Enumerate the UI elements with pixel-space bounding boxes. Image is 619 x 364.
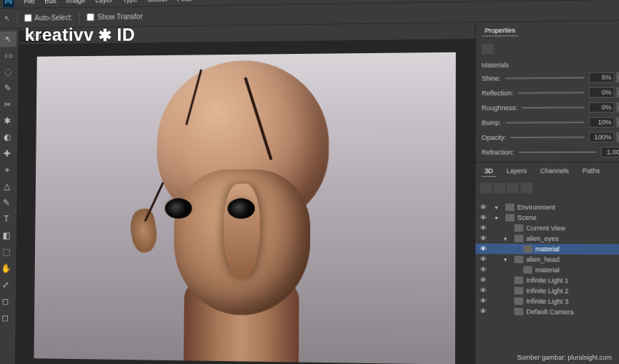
prop-refraction: Refraction: 1.000 bbox=[481, 147, 619, 158]
layer-row[interactable]: 👁▾Environment bbox=[476, 202, 619, 213]
filter-mesh-icon[interactable] bbox=[494, 183, 505, 193]
bump-slider[interactable] bbox=[505, 122, 584, 124]
texture-icon[interactable]: ▦ bbox=[616, 102, 619, 112]
paths-tab[interactable]: Paths bbox=[580, 165, 603, 176]
show-transform-checkbox[interactable] bbox=[87, 13, 95, 21]
reflection-value[interactable]: 0% bbox=[589, 87, 615, 98]
canvas[interactable] bbox=[16, 39, 476, 364]
opacity-value[interactable]: 100% bbox=[589, 132, 615, 142]
stamp-tool[interactable]: ⌖ bbox=[0, 162, 15, 178]
menu-file[interactable]: File bbox=[20, 0, 39, 7]
menu-layer[interactable]: Layer bbox=[91, 0, 117, 5]
wand-tool[interactable]: ✎ bbox=[0, 80, 16, 96]
menu-type[interactable]: Type bbox=[118, 0, 142, 5]
visibility-eye-icon[interactable]: 👁 bbox=[480, 307, 489, 314]
refraction-value[interactable]: 1.000 bbox=[601, 147, 619, 157]
visibility-eye-icon[interactable]: 👁 bbox=[480, 256, 489, 263]
menu-image[interactable]: Image bbox=[62, 0, 90, 6]
expand-toggle-icon[interactable]: ▾ bbox=[504, 256, 511, 263]
layer-name: Infinite Light 3 bbox=[527, 298, 569, 306]
eyedropper-tool[interactable]: ✱ bbox=[0, 113, 16, 129]
layer-type-icon bbox=[514, 224, 523, 232]
shine-slider[interactable] bbox=[505, 77, 585, 79]
properties-icons bbox=[481, 42, 619, 54]
visibility-eye-icon[interactable]: 👁 bbox=[480, 234, 489, 242]
auto-select-option[interactable]: Auto-Select: bbox=[24, 14, 72, 23]
layer-row[interactable]: 👁Default Camera bbox=[476, 306, 619, 318]
move-tool[interactable]: ↖ bbox=[0, 31, 17, 47]
layer-row[interactable]: 👁Current View bbox=[476, 223, 619, 234]
texture-icon[interactable]: ▦ bbox=[616, 132, 619, 142]
texture-icon[interactable]: ▦ bbox=[616, 87, 619, 98]
hand-tool[interactable]: ✋ bbox=[0, 261, 14, 277]
visibility-eye-icon[interactable]: 👁 bbox=[480, 214, 489, 221]
layers-panel: 3D Layers Channels Paths 👁▾Environ bbox=[476, 162, 619, 364]
show-transform-option[interactable]: Show Transfor bbox=[87, 12, 142, 21]
texture-icon[interactable]: ▦ bbox=[616, 117, 619, 127]
watermark-logo: kreativv ✱ ID bbox=[25, 25, 135, 45]
prop-label: Opacity: bbox=[481, 134, 506, 141]
visibility-eye-icon[interactable]: 👁 bbox=[480, 245, 489, 253]
visibility-eye-icon[interactable]: 👁 bbox=[480, 276, 489, 283]
marquee-tool[interactable]: ▭ bbox=[0, 47, 17, 63]
menu-select[interactable]: Select bbox=[143, 0, 172, 4]
texture-icon[interactable]: ▦ bbox=[616, 72, 619, 82]
layer-name: material bbox=[535, 245, 559, 253]
roughness-slider[interactable] bbox=[522, 107, 585, 109]
separator bbox=[79, 12, 80, 23]
properties-section: Materials bbox=[481, 60, 619, 69]
3d-tab[interactable]: 3D bbox=[481, 166, 496, 177]
eraser-tool[interactable]: △ bbox=[0, 178, 15, 194]
opacity-slider[interactable] bbox=[510, 137, 584, 138]
zoom-tool[interactable]: ⤢ bbox=[0, 277, 14, 293]
expand-toggle-icon[interactable]: ▾ bbox=[504, 235, 511, 242]
fg-color-swatch[interactable]: ◻ bbox=[0, 293, 14, 309]
layer-row[interactable]: 👁▾Scene bbox=[476, 213, 619, 223]
lasso-tool[interactable]: ◌ bbox=[0, 64, 16, 80]
shape-tool[interactable]: ⬚ bbox=[0, 244, 15, 260]
bump-value[interactable]: 10% bbox=[589, 117, 615, 128]
channels-tab[interactable]: Channels bbox=[537, 165, 572, 176]
pen-tool[interactable]: ✎ bbox=[0, 195, 15, 211]
visibility-eye-icon[interactable]: 👁 bbox=[480, 266, 489, 273]
roughness-value[interactable]: 0% bbox=[589, 102, 615, 113]
expand-toggle-icon[interactable]: ▾ bbox=[495, 214, 502, 221]
reflection-slider[interactable] bbox=[518, 92, 584, 94]
bg-color-swatch[interactable]: ◻ bbox=[0, 310, 14, 326]
layer-row[interactable]: 👁▾alien_head bbox=[476, 254, 619, 266]
alien-head-render bbox=[119, 60, 365, 364]
visibility-eye-icon[interactable]: 👁 bbox=[480, 297, 489, 304]
brush-tool[interactable]: ✚ bbox=[0, 146, 15, 162]
filter-all-icon[interactable] bbox=[480, 183, 492, 193]
app-logo-icon: Ps bbox=[3, 0, 14, 7]
crop-tool[interactable]: ✂ bbox=[0, 97, 16, 113]
materials-icon[interactable] bbox=[481, 44, 493, 54]
layer-row[interactable]: 👁material bbox=[476, 244, 619, 256]
menu-edit[interactable]: Edit bbox=[40, 0, 60, 6]
expand-toggle-icon[interactable]: ▾ bbox=[495, 204, 502, 210]
path-tool[interactable]: ◧ bbox=[0, 228, 15, 244]
refraction-slider[interactable] bbox=[519, 151, 596, 153]
separator bbox=[17, 12, 17, 24]
type-tool[interactable]: T bbox=[0, 211, 15, 227]
auto-select-checkbox[interactable] bbox=[24, 14, 32, 22]
healing-tool[interactable]: ◐ bbox=[0, 130, 15, 146]
layers-tab[interactable]: Layers bbox=[503, 166, 529, 177]
shine-value[interactable]: 5% bbox=[589, 72, 615, 83]
layer-row[interactable]: 👁▾alien_eyes bbox=[476, 233, 619, 244]
visibility-eye-icon[interactable]: 👁 bbox=[480, 224, 489, 232]
prop-roughness: Roughness: 0% ▦ bbox=[481, 102, 619, 113]
layer-row[interactable]: 👁material bbox=[476, 264, 619, 276]
visibility-eye-icon[interactable]: 👁 bbox=[480, 204, 489, 211]
filter-light-icon[interactable] bbox=[521, 183, 532, 193]
visibility-eye-icon[interactable]: 👁 bbox=[480, 287, 489, 294]
prop-label: Refraction: bbox=[481, 149, 514, 156]
menu-filter[interactable]: Filter bbox=[173, 0, 197, 4]
prop-shine: Shine: 5% ▦ bbox=[481, 72, 619, 84]
layer-type-icon bbox=[514, 287, 523, 294]
properties-tab[interactable]: Properties bbox=[482, 25, 519, 36]
layer-name: Infinite Light 2 bbox=[527, 287, 569, 295]
layer-type-icon bbox=[514, 277, 523, 284]
layer-name: material bbox=[535, 266, 559, 274]
filter-material-icon[interactable] bbox=[507, 183, 519, 193]
